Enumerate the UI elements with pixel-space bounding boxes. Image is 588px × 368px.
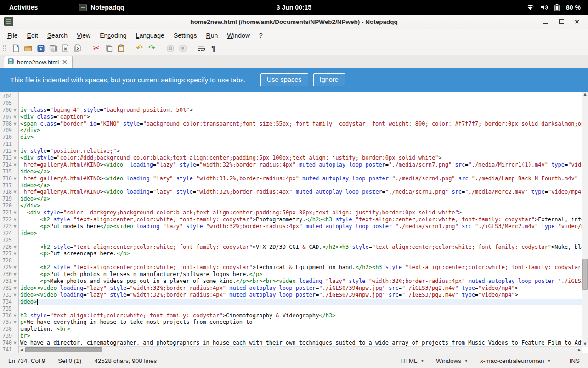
code-line[interactable]: ideo><video loading="lazy" style="width:… xyxy=(19,292,588,299)
record-macro-icon[interactable] xyxy=(164,43,176,54)
code-line[interactable]: <h2 style="text-align:center;color:white… xyxy=(19,216,588,223)
code-line[interactable]: We have a director, cinematographer, and… xyxy=(19,339,588,346)
fold-arrow-icon[interactable]: ▼ xyxy=(12,264,18,271)
fold-arrow-icon[interactable]: ▼ xyxy=(12,189,18,196)
code-line[interactable]: <p>Make photos and videos pop out in a p… xyxy=(19,278,588,285)
code-line[interactable]: <h2 style="text-align:center;color:white… xyxy=(19,244,588,251)
activities-button[interactable]: Activities xyxy=(0,0,47,15)
fold-arrow-icon[interactable]: ▼ xyxy=(12,271,18,278)
code-line[interactable]: ideo> xyxy=(19,299,588,305)
fold-arrow-icon[interactable]: ▼ xyxy=(12,121,18,127)
menu-item-settings[interactable]: Settings xyxy=(169,30,202,40)
code-line[interactable]: h3 style="text-align:left;color:white; f… xyxy=(19,312,588,319)
insert-mode-indicator[interactable]: INS xyxy=(569,357,580,364)
scroll-down-arrow[interactable]: ▼ xyxy=(582,341,588,347)
menu-item-encoding[interactable]: Encoding xyxy=(95,30,131,40)
minimize-button[interactable] xyxy=(541,17,550,26)
fold-arrow-icon[interactable]: ▼ xyxy=(12,148,18,155)
fold-arrow-icon[interactable]: ▼ xyxy=(12,216,18,223)
code-line[interactable]: <div class="caption"> xyxy=(19,114,588,121)
code-line[interactable]: <p>Put screencaps here.</p> xyxy=(19,250,588,257)
focused-app-indicator[interactable]: Notepadqq xyxy=(79,4,124,12)
toolbar-grip[interactable] xyxy=(3,44,6,52)
scroll-up-arrow[interactable]: ▲ xyxy=(582,92,588,97)
code-line[interactable]: <p>Put models here</p><video loading="la… xyxy=(19,223,588,230)
fold-arrow-icon[interactable]: ▼ xyxy=(12,175,18,182)
menu-item-window[interactable]: Window xyxy=(222,30,254,40)
code-line[interactable] xyxy=(19,237,588,244)
paste-icon[interactable] xyxy=(115,43,127,54)
code-line[interactable]: href=galleryA.html#KINO><video loading="… xyxy=(19,161,588,168)
code-line[interactable]: </div> xyxy=(19,127,588,134)
open-folder-icon[interactable] xyxy=(23,43,34,54)
code-line[interactable]: <div style="color:#ddd;background-color:… xyxy=(19,155,588,161)
code-line[interactable] xyxy=(19,257,588,264)
scroll-left-arrow[interactable]: ◀ xyxy=(19,347,24,353)
menu-item-edit[interactable]: Edit xyxy=(23,30,43,40)
fold-arrow-icon[interactable]: ▼ xyxy=(12,155,18,161)
menu-item-help[interactable]: ? xyxy=(254,30,267,40)
code-line[interactable]: p>We have everything in-house to take mo… xyxy=(19,319,588,326)
tab-home2new[interactable]: home2new.html ✕ xyxy=(4,56,73,68)
menu-item-file[interactable]: File xyxy=(3,30,23,40)
code-line[interactable]: ompletion. <br> xyxy=(19,326,588,333)
save-icon[interactable] xyxy=(35,43,46,54)
code-line[interactable]: ideo></a> xyxy=(19,168,588,175)
menu-item-view[interactable]: View xyxy=(72,30,95,40)
ignore-button[interactable]: Ignore xyxy=(313,73,345,86)
undo-icon[interactable]: ↶ xyxy=(134,43,145,54)
code-line[interactable] xyxy=(19,93,588,100)
redo-icon[interactable]: ↷ xyxy=(146,43,158,54)
code-line[interactable] xyxy=(19,305,588,312)
fold-arrow-icon[interactable]: ▼ xyxy=(12,312,18,319)
code-line[interactable]: br> xyxy=(19,333,588,339)
horizontal-scrollbar[interactable]: ◀ ▶ xyxy=(19,346,582,353)
code-line[interactable]: ideo></a> xyxy=(19,196,588,202)
fold-arrow-icon[interactable]: ▼ xyxy=(12,209,18,216)
fold-arrow-icon[interactable]: ▼ xyxy=(12,107,18,114)
code-line[interactable]: div> xyxy=(19,134,588,141)
fold-arrow-icon[interactable]: ▼ xyxy=(12,161,18,168)
menu-item-language[interactable]: Language xyxy=(131,30,169,40)
window-titlebar[interactable]: home2new.html (/home/amk/Documents/NPWeb… xyxy=(0,15,588,29)
stop-macro-icon[interactable] xyxy=(177,43,188,54)
line-ending-selector[interactable]: Windows▼ xyxy=(436,357,468,364)
fold-arrow-icon[interactable]: ▼ xyxy=(12,223,18,230)
code-line[interactable]: </div> xyxy=(19,202,588,209)
system-status-area[interactable]: 80 % xyxy=(526,4,588,11)
code-line[interactable] xyxy=(19,141,588,148)
maximize-button[interactable] xyxy=(557,17,566,26)
word-wrap-icon[interactable] xyxy=(195,43,207,54)
code-editor[interactable]: 704705706▼707▼708▼709710711712▼713▼714▼7… xyxy=(0,92,588,353)
encoding-selector[interactable]: x-mac-centraleurroman▼ xyxy=(480,357,551,364)
fold-arrow-icon[interactable]: ▼ xyxy=(12,278,18,285)
close-document-icon[interactable] xyxy=(60,43,71,54)
code-line[interactable]: iv style="position:relative;"> xyxy=(19,148,588,155)
vertical-scrollbar-thumb[interactable] xyxy=(582,259,588,290)
code-line[interactable]: href=galleryA.html#KINO><video loading="… xyxy=(19,189,588,196)
code-area[interactable]: iv class="bgimg-4" style="background-pos… xyxy=(19,92,588,353)
fold-arrow-icon[interactable]: ▼ xyxy=(12,285,18,292)
show-symbols-icon[interactable]: ¶ xyxy=(208,43,219,54)
code-line[interactable] xyxy=(19,100,588,107)
use-spaces-button[interactable]: Use spaces xyxy=(260,73,308,86)
close-all-documents-icon[interactable] xyxy=(72,43,84,54)
code-line[interactable]: ideo></a> xyxy=(19,182,588,189)
save-all-icon[interactable] xyxy=(47,43,59,54)
code-line[interactable]: <span class="border" id="KINO" style="ba… xyxy=(19,121,588,127)
new-file-icon[interactable] xyxy=(10,43,22,54)
code-line[interactable]: <h2 style="text-align:center;color:white… xyxy=(19,264,588,271)
code-line[interactable]: <div style="color: darkgrey;background-c… xyxy=(19,209,588,216)
vertical-scrollbar[interactable]: ▲ ▼ xyxy=(582,92,588,347)
scroll-right-arrow[interactable]: ▶ xyxy=(577,347,582,353)
close-window-button[interactable]: × xyxy=(572,17,582,26)
code-line[interactable]: ideo><video loading="lazy" style="width:… xyxy=(19,285,588,292)
menu-item-search[interactable]: Search xyxy=(43,30,72,40)
menu-item-run[interactable]: Run xyxy=(202,30,223,40)
fold-arrow-icon[interactable]: ▼ xyxy=(12,319,18,326)
fold-arrow-icon[interactable]: ▼ xyxy=(12,244,18,251)
code-line[interactable]: iv class="bgimg-4" style="background-pos… xyxy=(19,107,588,114)
clock-label[interactable]: 3 Jun 00:15 xyxy=(277,4,311,11)
copy-icon[interactable] xyxy=(103,43,114,54)
tab-close-icon[interactable]: ✕ xyxy=(62,59,68,65)
